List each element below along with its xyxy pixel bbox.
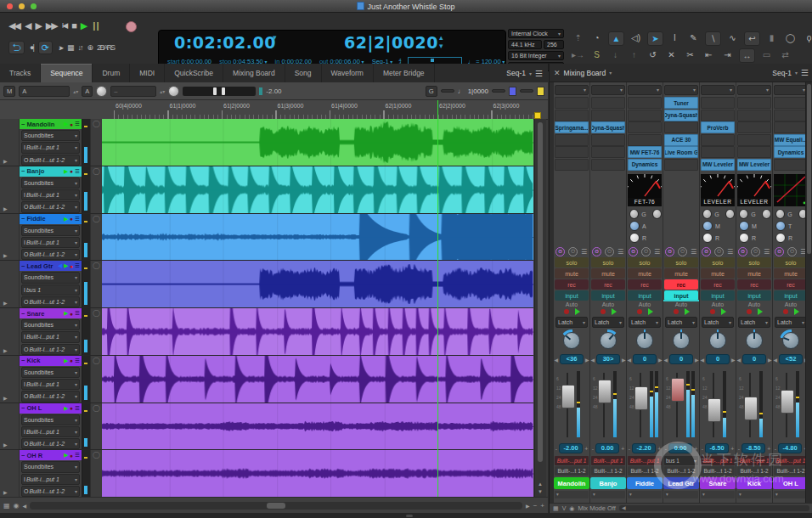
track-input-select[interactable]: IBuilt-i...put 1▾: [21, 331, 80, 342]
brush-tool[interactable]: ▮: [764, 31, 779, 44]
channel-mute-button[interactable]: mute: [591, 268, 625, 279]
pan-value[interactable]: 0: [669, 354, 693, 364]
channel-menu-icon[interactable]: ☰: [654, 248, 660, 256]
track-menu-icon[interactable]: ☰: [75, 121, 80, 127]
insert-slot-plugin[interactable]: MW FET-76: [628, 146, 662, 158]
tab-song[interactable]: Song: [285, 64, 322, 82]
channel-menu-icon[interactable]: ☰: [691, 248, 696, 256]
pan-left-arrow[interactable]: ◀: [700, 357, 704, 363]
insert-slot-empty[interactable]: [701, 97, 735, 109]
plugin-knob-secondary[interactable]: [762, 209, 771, 219]
fast-forward-button[interactable]: ▶▶: [46, 20, 57, 31]
track-header[interactable]: ~ Kick▶●☰: [20, 356, 82, 366]
track-input-select[interactable]: IBuilt-i...put 1▾: [21, 426, 80, 437]
insert-slot-empty[interactable]: [555, 159, 589, 171]
plugin-knob[interactable]: [629, 221, 640, 231]
channel-record-button[interactable]: rec: [664, 279, 698, 290]
auto-record-dot[interactable]: [637, 309, 642, 314]
volume-plus[interactable]: +: [584, 446, 588, 452]
clock-source-select[interactable]: Internal Clock▾: [508, 29, 564, 38]
channel-solo-button[interactable]: solo: [664, 257, 698, 267]
track-record-icon[interactable]: ●: [70, 121, 73, 127]
hscroll-thumb[interactable]: [267, 503, 285, 509]
fader-cap[interactable]: [744, 397, 758, 420]
track-source-select[interactable]: Soundbites▾: [21, 272, 80, 283]
insert-selector-dropdown[interactable]: [555, 85, 589, 95]
track-expand-arrow[interactable]: ▶: [3, 300, 8, 306]
pan-knob[interactable]: [561, 329, 583, 352]
track-play-icon[interactable]: ▶: [64, 452, 68, 459]
insert-down-tool[interactable]: ↓: [608, 48, 623, 61]
insert-slot-empty[interactable]: [628, 121, 662, 133]
insert-slot-empty[interactable]: [701, 134, 735, 146]
track-lane[interactable]: [102, 403, 533, 450]
channel-solo-button[interactable]: solo: [737, 257, 771, 267]
track-zoom-strip[interactable]: ◯: [90, 308, 102, 355]
pause-button[interactable]: ||: [93, 20, 99, 31]
output-assign-2[interactable]: Built-...t 1-2: [737, 466, 771, 476]
fader-cap[interactable]: [671, 378, 685, 402]
output-assign-1[interactable]: Built-...put 1: [628, 456, 662, 465]
insert-slot-empty[interactable]: [737, 146, 771, 158]
playhead[interactable]: [437, 100, 438, 497]
pan-left-arrow[interactable]: ◀: [773, 357, 777, 363]
track-input-select[interactable]: IBuilt-i...put 1▾: [21, 142, 80, 153]
channel-solo-button[interactable]: solo: [628, 257, 662, 267]
rotate-tool[interactable]: ↺: [646, 48, 660, 61]
grid-toggle[interactable]: G: [426, 86, 437, 97]
insert-slot-empty[interactable]: [555, 97, 589, 109]
channel-record-button[interactable]: rec: [591, 279, 625, 290]
marker-toggle[interactable]: M: [3, 86, 15, 97]
track-output-select[interactable]: OBuilt-I...ut 1-2▾: [21, 344, 80, 355]
scroll-left-icon[interactable]: ◀: [23, 503, 27, 509]
insert-slot-plugin[interactable]: Dyna-Squash: [664, 110, 698, 121]
scissors-tool[interactable]: ✂: [683, 48, 697, 61]
loop-button[interactable]: ⟳: [38, 41, 53, 54]
channel-solo-button[interactable]: solo: [701, 257, 735, 267]
track-record-icon[interactable]: ●: [70, 453, 73, 459]
plugin-knob[interactable]: [739, 233, 749, 243]
stop-button[interactable]: ■: [71, 20, 76, 31]
plugin-knob-secondary[interactable]: [652, 209, 662, 219]
insert-slot-plugin[interactable]: MW Leveler: [737, 159, 771, 171]
scroll-up-arrow[interactable]: ▲: [538, 481, 543, 487]
channel-solo-button[interactable]: solo: [555, 257, 589, 267]
pan-value[interactable]: 0: [742, 354, 766, 364]
channel-bypass-icon[interactable]: ⏻: [678, 247, 687, 256]
mixer-sequence-selector[interactable]: Seq-1: [772, 69, 792, 77]
insert-slot-plugin[interactable]: Dynamics: [774, 146, 808, 158]
tab-mixing-board[interactable]: Mixing Board: [223, 64, 285, 82]
output-assign-2[interactable]: Built-...t 1-2: [628, 466, 662, 476]
input-monitor-icon[interactable]: ◀: [58, 262, 62, 269]
volume-plus[interactable]: +: [621, 446, 624, 452]
waveform-canvas[interactable]: [102, 119, 533, 166]
channel-mini-dropdown[interactable]: ▾: [701, 491, 735, 498]
track-zoom-icon[interactable]: ◯: [93, 120, 100, 127]
volume-plus[interactable]: +: [767, 446, 770, 452]
timeline-ruler[interactable]: 60|4|000061|1|000061|2|000061|3|000061|4…: [0, 100, 548, 120]
channel-mute-button[interactable]: mute: [628, 268, 662, 279]
pan-knob[interactable]: [707, 329, 729, 352]
pan-knob[interactable]: [597, 329, 619, 352]
pan-right-arrow[interactable]: ▶: [768, 357, 772, 363]
tab-midi[interactable]: MIDI: [130, 64, 165, 82]
scroll-right-icon[interactable]: ▶: [526, 503, 530, 509]
channel-mini-dropdown[interactable]: ▾: [664, 491, 698, 498]
waveform-canvas[interactable]: [102, 308, 533, 355]
channel-name-label[interactable]: Lead Gtr: [663, 477, 699, 489]
track-menu-icon[interactable]: ☰: [75, 216, 80, 222]
track-header[interactable]: ~ OH R▶●☰: [20, 450, 82, 460]
fader-cap[interactable]: [708, 398, 721, 422]
pan-left-arrow[interactable]: ◀: [590, 357, 595, 363]
output-assign-1[interactable]: Built-...put 1: [774, 456, 808, 465]
insert-select[interactable]: –: [110, 86, 156, 97]
record-button[interactable]: [126, 21, 137, 32]
mixer-horizontal-scrollbar[interactable]: ◀: [619, 505, 809, 511]
mixer-menu-icon[interactable]: ☰: [801, 68, 809, 77]
volume-value[interactable]: 0.00: [595, 443, 619, 453]
channel-input-button[interactable]: input: [628, 290, 662, 301]
mixer-vertical-scrollbar[interactable]: [805, 82, 812, 503]
channel-power-icon[interactable]: ϴ: [738, 247, 747, 256]
stretch-tool[interactable]: ↔: [739, 48, 755, 63]
plugin-knob[interactable]: [629, 233, 640, 243]
